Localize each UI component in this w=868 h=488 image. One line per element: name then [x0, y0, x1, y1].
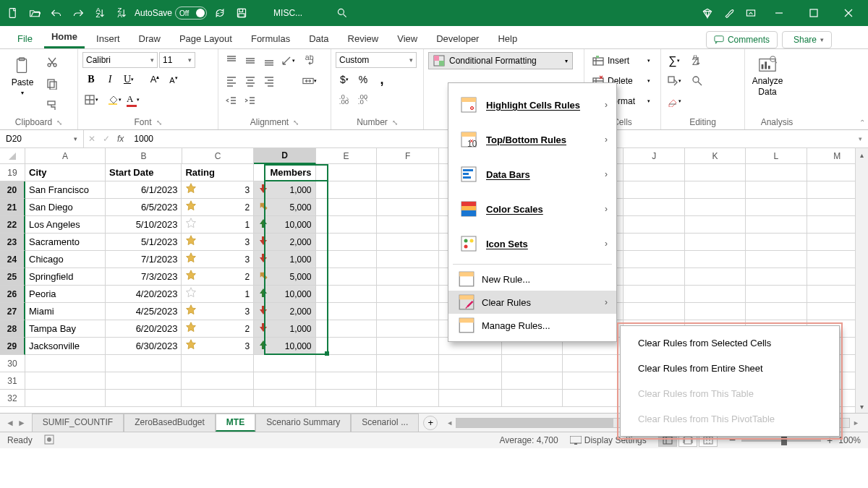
cell-B29[interactable]: 6/30/2023 [106, 338, 182, 355]
cell-E32[interactable] [316, 390, 377, 407]
cell-H30[interactable] [502, 355, 563, 372]
clear-icon[interactable]: ▾ [665, 93, 683, 110]
bold-button[interactable]: B [82, 71, 100, 88]
row-header-31[interactable]: 31 [0, 372, 25, 390]
cell-A29[interactable]: Jacksonville [25, 338, 106, 355]
cell-J25[interactable] [624, 268, 684, 286]
cell-C22[interactable]: 1 [182, 216, 254, 234]
paste-button[interactable]: Paste ▾ [4, 51, 41, 101]
column-header-J[interactable]: J [624, 148, 684, 164]
cell-C25[interactable]: 2 [182, 268, 254, 286]
clear-rules-sheet[interactable]: Clear Rules from Entire Sheet [621, 356, 839, 381]
font-launcher[interactable]: ⤡ [156, 119, 162, 127]
column-header-C[interactable]: C [182, 148, 255, 164]
cell-F28[interactable] [377, 320, 439, 338]
cell-L25[interactable] [746, 268, 807, 286]
autosum-icon[interactable]: ∑▾ [665, 52, 683, 69]
italic-button[interactable]: I [101, 71, 119, 88]
cell-J22[interactable] [624, 216, 684, 234]
fx-icon[interactable]: fx [117, 134, 124, 144]
tab-review[interactable]: Review [341, 29, 386, 48]
close-button[interactable] [832, 3, 865, 23]
cell-F22[interactable] [377, 216, 439, 234]
cell-E31[interactable] [316, 372, 377, 390]
minimize-button[interactable] [762, 3, 796, 23]
align-middle-icon[interactable] [242, 52, 259, 69]
sheet-next-icon[interactable]: ► [17, 418, 26, 428]
cut-icon[interactable] [43, 53, 61, 71]
cell-F25[interactable] [377, 268, 439, 286]
cell-B20[interactable]: 6/1/2023 [106, 181, 182, 199]
align-top-icon[interactable] [223, 52, 240, 69]
cell-J23[interactable] [624, 234, 684, 251]
comma-icon[interactable]: , [373, 71, 391, 88]
row-header-22[interactable]: 22 [0, 216, 25, 234]
cell-F29[interactable] [377, 338, 439, 355]
name-box[interactable]: D20▾ [0, 130, 84, 147]
cell-C24[interactable]: 3 [182, 251, 254, 268]
cell-A30[interactable] [25, 355, 106, 372]
cell-K25[interactable] [685, 268, 746, 286]
cell-A23[interactable]: Sacramento [25, 234, 106, 251]
cell-B22[interactable]: 5/10/2023 [106, 216, 182, 234]
percent-icon[interactable]: % [354, 71, 372, 88]
conditional-formatting-button[interactable]: Conditional Formatting ▾ [428, 52, 573, 69]
redo-icon[interactable] [68, 3, 88, 23]
tab-data[interactable]: Data [302, 29, 336, 48]
autosave-toggle[interactable]: Off [175, 7, 207, 20]
sheet-tab-1[interactable]: ZeroBasedBudget [124, 414, 216, 432]
cell-A31[interactable] [25, 372, 106, 390]
cell-C30[interactable] [182, 355, 254, 372]
cell-C28[interactable]: 2 [182, 320, 254, 338]
cell-C29[interactable]: 3 [182, 338, 254, 355]
cell-C19[interactable]: Rating [182, 164, 254, 181]
cell-C21[interactable]: 2 [182, 199, 254, 216]
cell-G30[interactable] [439, 355, 501, 372]
cell-D30[interactable] [254, 355, 315, 372]
collapse-ribbon-icon[interactable]: ⌃ [859, 119, 865, 127]
brush-icon[interactable] [719, 3, 739, 23]
cell-B28[interactable]: 6/20/2023 [106, 320, 182, 338]
cell-K19[interactable] [685, 164, 746, 181]
sheet-tab-4[interactable]: ScenarioI ... [351, 414, 419, 432]
add-sheet-button[interactable]: + [423, 416, 438, 430]
select-all-corner[interactable] [0, 148, 25, 164]
column-header-D[interactable]: D [254, 148, 315, 164]
cell-C26[interactable]: 1 [182, 286, 254, 303]
cell-D32[interactable] [254, 390, 315, 407]
cell-F30[interactable] [377, 355, 439, 372]
cell-F27[interactable] [377, 303, 439, 320]
tab-home[interactable]: Home [44, 27, 85, 48]
cell-K20[interactable] [685, 181, 746, 199]
font-color-button[interactable]: A▾ [124, 91, 142, 108]
sheet-tab-2[interactable]: MTE [216, 414, 255, 432]
cancel-formula-icon[interactable]: ✕ [88, 134, 95, 144]
new-file-icon[interactable] [3, 3, 23, 23]
cell-J20[interactable] [624, 181, 684, 199]
cell-I31[interactable] [563, 372, 624, 390]
column-header-E[interactable]: E [316, 148, 377, 164]
decrease-indent-icon[interactable] [223, 93, 240, 110]
copy-icon[interactable] [43, 75, 61, 93]
cell-D25[interactable]: 5,000 [254, 268, 315, 286]
row-header-30[interactable]: 30 [0, 355, 25, 372]
cell-A25[interactable]: Springfield [25, 268, 106, 286]
borders-button[interactable]: ▾ [82, 91, 100, 108]
currency-icon[interactable]: $▾ [336, 71, 353, 88]
sheet-tab-3[interactable]: Scenario Summary [255, 414, 351, 432]
cell-C23[interactable]: 3 [182, 234, 254, 251]
cell-G32[interactable] [439, 390, 501, 407]
sheet-prev-icon[interactable]: ◄ [6, 418, 14, 428]
align-bottom-icon[interactable] [260, 52, 278, 69]
column-header-F[interactable]: F [377, 148, 439, 164]
clipboard-launcher[interactable]: ⤡ [56, 119, 62, 127]
sheet-tab-0[interactable]: SUMIF_COUNTIF [32, 414, 124, 432]
column-header-A[interactable]: A [25, 148, 106, 164]
find-select-icon[interactable] [689, 72, 706, 90]
cell-F31[interactable] [377, 372, 439, 390]
column-header-L[interactable]: L [746, 148, 807, 164]
open-icon[interactable] [25, 3, 45, 23]
tab-developer[interactable]: Developer [429, 29, 486, 48]
zoom-level[interactable]: 100% [838, 435, 861, 445]
cf-new-rule[interactable]: New Rule... [448, 267, 616, 291]
